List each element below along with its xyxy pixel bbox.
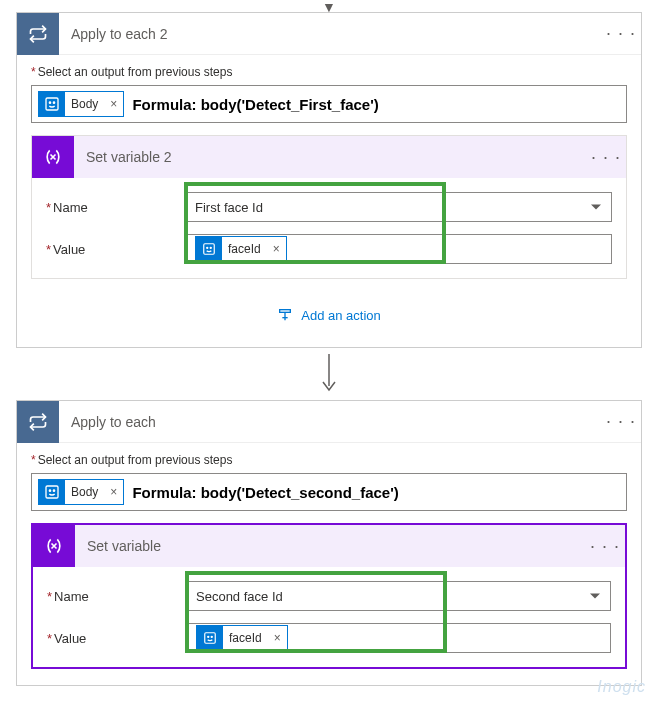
svg-rect-6 [280,310,291,313]
face-api-icon [197,625,223,651]
nested-title: Set variable 2 [74,149,586,165]
faceid-token[interactable]: faceId × [196,625,288,651]
loop-icon [17,13,59,55]
value-row: *Value faceId × [32,228,626,270]
add-action-label: Add an action [301,308,381,323]
svg-point-2 [53,102,54,103]
apply-to-each-card: Apply to each · · · *Select an output fr… [16,400,642,686]
remove-token-button[interactable]: × [104,485,123,499]
apply-to-each-2-card: Apply to each 2 · · · *Select an output … [16,12,642,348]
card-header[interactable]: Apply to each · · · [17,401,641,443]
name-dropdown[interactable]: First face Id [186,192,612,222]
svg-point-4 [207,247,208,248]
card-body: *Select an output from previous steps Bo… [17,55,641,347]
token-label: Body [65,485,104,499]
remove-token-button[interactable]: × [104,97,123,111]
name-label: Name [54,589,89,604]
connector-arrow [0,352,658,400]
nested-header[interactable]: Set variable · · · [33,525,625,567]
select-output-label: *Select an output from previous steps [31,65,627,79]
face-api-icon [39,91,65,117]
body-token[interactable]: Body × [38,91,124,117]
card-title: Apply to each [59,414,601,430]
card-body: *Select an output from previous steps Bo… [17,443,641,685]
more-menu-button[interactable]: · · · [601,23,641,44]
face-api-icon [196,236,222,262]
value-input[interactable]: faceId × [186,234,612,264]
fields-wrap: *Name Second face Id *Value faceId × [33,567,625,667]
svg-point-12 [208,636,209,637]
svg-point-13 [211,636,212,637]
add-action-icon [277,307,293,323]
variable-icon [32,136,74,178]
face-api-icon [39,479,65,505]
remove-token-button[interactable]: × [268,631,287,645]
name-label: Name [53,200,88,215]
svg-point-1 [49,102,50,103]
value-row: *Value faceId × [33,617,625,659]
more-menu-button[interactable]: · · · [601,411,641,432]
svg-point-5 [210,247,211,248]
svg-rect-8 [46,486,58,498]
watermark: Inogic [597,678,646,690]
token-label: Body [65,97,104,111]
loop-icon [17,401,59,443]
body-token[interactable]: Body × [38,479,124,505]
svg-point-10 [53,490,54,491]
output-input[interactable]: Body × Formula: body('Detect_First_face'… [31,85,627,123]
name-row: *Name Second face Id [33,575,625,617]
fields-wrap: *Name First face Id *Value faceId × [32,178,626,278]
value-label: Value [54,631,86,646]
set-variable-2-card: Set variable 2 · · · *Name First face Id… [31,135,627,279]
svg-rect-0 [46,98,58,110]
more-menu-button[interactable]: · · · [585,536,625,557]
value-label: Value [53,242,85,257]
name-row: *Name First face Id [32,186,626,228]
nested-title: Set variable [75,538,585,554]
card-header[interactable]: Apply to each 2 · · · [17,13,641,55]
name-dropdown[interactable]: Second face Id [187,581,611,611]
svg-rect-3 [204,244,215,255]
variable-icon [33,525,75,567]
value-input[interactable]: faceId × [187,623,611,653]
token-label: faceId [222,242,267,256]
faceid-token[interactable]: faceId × [195,236,287,262]
nested-header[interactable]: Set variable 2 · · · [32,136,626,178]
output-input[interactable]: Body × Formula: body('Detect_second_face… [31,473,627,511]
svg-point-9 [49,490,50,491]
add-action-button[interactable]: Add an action [31,279,627,331]
svg-rect-11 [205,633,216,644]
more-menu-button[interactable]: · · · [586,147,626,168]
token-label: faceId [223,631,268,645]
card-title: Apply to each 2 [59,26,601,42]
formula-annotation: Formula: body('Detect_First_face') [132,96,378,113]
set-variable-card: Set variable · · · *Name Second face Id … [31,523,627,669]
formula-annotation: Formula: body('Detect_second_face') [132,484,398,501]
select-output-label: *Select an output from previous steps [31,453,627,467]
remove-token-button[interactable]: × [267,242,286,256]
